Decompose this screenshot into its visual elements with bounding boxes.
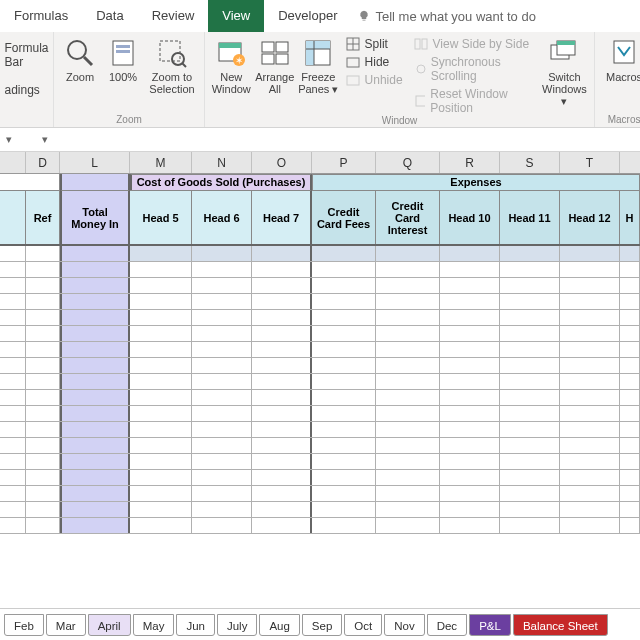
table-row[interactable] [0, 406, 640, 422]
cell[interactable] [26, 390, 60, 405]
cell[interactable] [26, 470, 60, 485]
cell[interactable] [376, 310, 440, 325]
cell[interactable] [252, 406, 312, 421]
cell[interactable] [620, 438, 640, 453]
cell[interactable] [312, 486, 376, 501]
cell[interactable] [560, 406, 620, 421]
cell[interactable] [312, 438, 376, 453]
cell[interactable] [440, 358, 500, 373]
cell[interactable] [500, 470, 560, 485]
freeze-panes-button[interactable]: Freeze Panes ▾ [298, 35, 339, 95]
cell[interactable] [376, 326, 440, 341]
cell[interactable] [620, 486, 640, 501]
cell[interactable] [0, 406, 26, 421]
cell[interactable] [252, 246, 312, 261]
cell[interactable] [192, 406, 252, 421]
col-m[interactable]: M [130, 152, 192, 173]
table-row[interactable] [0, 518, 640, 534]
cell[interactable] [26, 486, 60, 501]
cell[interactable] [252, 278, 312, 293]
cell[interactable] [60, 342, 130, 357]
cell[interactable] [0, 310, 26, 325]
cell[interactable] [130, 390, 192, 405]
cell[interactable] [376, 390, 440, 405]
table-row[interactable] [0, 390, 640, 406]
sheet-aug[interactable]: Aug [259, 614, 299, 636]
zoom-button[interactable]: Zoom [60, 35, 100, 83]
cell[interactable] [500, 390, 560, 405]
cell[interactable] [500, 438, 560, 453]
cell[interactable] [500, 374, 560, 389]
cell[interactable] [376, 438, 440, 453]
cell[interactable] [620, 246, 640, 261]
cell[interactable] [192, 390, 252, 405]
cell[interactable] [130, 310, 192, 325]
cell[interactable] [312, 518, 376, 533]
cell[interactable] [130, 342, 192, 357]
cell[interactable] [440, 294, 500, 309]
cell[interactable] [130, 454, 192, 469]
cell[interactable] [620, 406, 640, 421]
sheet-balance[interactable]: Balance Sheet [513, 614, 608, 636]
cell[interactable] [440, 454, 500, 469]
col-l[interactable]: L [60, 152, 130, 173]
cell[interactable] [60, 294, 130, 309]
hide-button[interactable]: Hide [346, 55, 403, 69]
chk-headings[interactable]: adings [5, 83, 49, 97]
table-row[interactable] [0, 438, 640, 454]
cell[interactable] [500, 518, 560, 533]
cell[interactable] [252, 374, 312, 389]
cell[interactable] [252, 438, 312, 453]
table-row[interactable] [0, 310, 640, 326]
cell[interactable] [0, 438, 26, 453]
cell[interactable] [312, 374, 376, 389]
cell[interactable] [500, 486, 560, 501]
cell[interactable] [620, 422, 640, 437]
cell[interactable] [376, 406, 440, 421]
cell[interactable] [26, 358, 60, 373]
cell[interactable] [440, 470, 500, 485]
cell[interactable] [0, 278, 26, 293]
cell[interactable] [60, 326, 130, 341]
cell[interactable] [252, 454, 312, 469]
cell[interactable] [560, 502, 620, 517]
cell[interactable] [130, 422, 192, 437]
cell[interactable] [312, 390, 376, 405]
cell[interactable] [376, 342, 440, 357]
cell[interactable] [376, 278, 440, 293]
cell[interactable] [60, 502, 130, 517]
cell[interactable] [60, 422, 130, 437]
cell[interactable] [500, 326, 560, 341]
table-row[interactable] [0, 454, 640, 470]
cell[interactable] [560, 358, 620, 373]
tab-formulas[interactable]: Formulas [0, 0, 82, 32]
cell[interactable] [312, 326, 376, 341]
cell[interactable] [376, 374, 440, 389]
cell[interactable] [60, 486, 130, 501]
table-row[interactable] [0, 342, 640, 358]
cell[interactable] [376, 454, 440, 469]
cell[interactable] [192, 310, 252, 325]
cell[interactable] [60, 406, 130, 421]
cell[interactable] [376, 262, 440, 277]
cell[interactable] [500, 358, 560, 373]
new-window-button[interactable]: ✶ New Window [211, 35, 252, 95]
cell[interactable] [252, 262, 312, 277]
dd2[interactable]: ▾ [42, 133, 48, 146]
cell[interactable] [376, 294, 440, 309]
cell[interactable] [500, 246, 560, 261]
cell[interactable] [440, 390, 500, 405]
cell[interactable] [620, 470, 640, 485]
cell[interactable] [560, 470, 620, 485]
table-row[interactable] [0, 246, 640, 262]
cell[interactable] [440, 406, 500, 421]
cell[interactable] [0, 470, 26, 485]
cell[interactable] [26, 518, 60, 533]
cell[interactable] [0, 390, 26, 405]
cell[interactable] [252, 310, 312, 325]
cell[interactable] [252, 342, 312, 357]
cell[interactable] [376, 502, 440, 517]
col-s[interactable]: S [500, 152, 560, 173]
cell[interactable] [312, 278, 376, 293]
cell[interactable] [60, 310, 130, 325]
